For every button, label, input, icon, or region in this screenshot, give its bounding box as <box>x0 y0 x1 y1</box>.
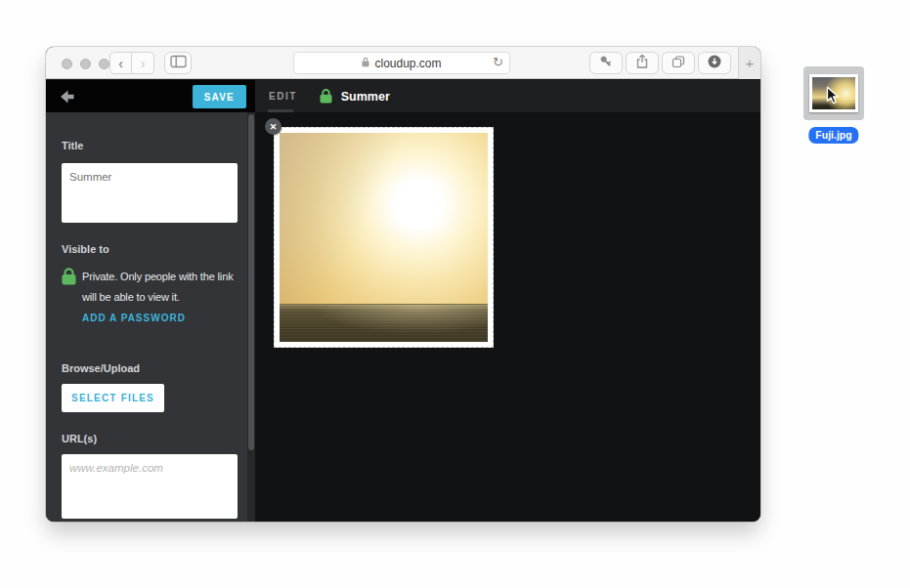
address-bar-url: cloudup.com <box>374 57 441 70</box>
title-textarea[interactable]: Summer <box>62 163 238 223</box>
title-label: Title <box>62 140 83 151</box>
remove-item-button[interactable]: ✕ <box>265 118 282 135</box>
sidebar-scrollbar-thumb[interactable] <box>248 114 254 450</box>
tab-edit[interactable]: EDIT <box>269 91 297 102</box>
browser-window: ‹ › cloudup.com ↻ <box>46 47 760 522</box>
refresh-icon[interactable]: ↻ <box>493 55 503 69</box>
private-lock-icon <box>320 89 332 104</box>
media-item-card[interactable] <box>274 127 494 348</box>
history-nav: ‹ › <box>109 52 154 74</box>
edit-sidebar: Title Summer Visible to Private. Only pe… <box>46 112 255 522</box>
zoom-window-button[interactable] <box>99 59 109 69</box>
back-arrow-icon[interactable] <box>60 90 74 107</box>
urls-label: URL(s) <box>62 433 97 444</box>
downloads-button[interactable] <box>698 52 731 74</box>
desktop-background: ‹ › cloudup.com ↻ <box>0 0 910 588</box>
stream-title: Summer <box>341 90 390 104</box>
https-lock-icon <box>362 57 369 70</box>
share-icon <box>634 54 650 73</box>
share-button[interactable] <box>626 52 659 74</box>
mouse-cursor-icon <box>826 86 840 109</box>
sidebar-toggle-button[interactable] <box>164 52 192 74</box>
ocean-area <box>280 304 488 342</box>
minimize-window-button[interactable] <box>80 59 91 69</box>
forward-button[interactable]: › <box>132 52 154 74</box>
cloudup-page: SAVE EDIT Summer Title Summer Visible to <box>46 80 760 522</box>
privacy-description: Private. Only people with the link will … <box>82 267 244 308</box>
stream-content: ✕ <box>255 112 760 522</box>
save-button[interactable]: SAVE <box>193 85 246 108</box>
desktop-file-fuji[interactable] <box>803 66 864 120</box>
window-controls <box>62 59 109 69</box>
select-files-button[interactable]: SELECT FILES <box>62 384 164 412</box>
visible-to-label: Visible to <box>62 243 109 255</box>
download-icon <box>707 54 722 73</box>
add-password-link[interactable]: ADD A PASSWORD <box>82 313 186 323</box>
close-window-button[interactable] <box>62 59 72 69</box>
new-tab-button[interactable]: + <box>738 47 760 79</box>
sidebar-header: SAVE <box>46 80 255 112</box>
desktop-file-name[interactable]: Fuji.jpg <box>808 127 858 144</box>
tab-overview-button[interactable] <box>662 52 695 74</box>
sidebar-toggle-icon <box>170 55 187 72</box>
privacy-lock-icon <box>62 268 76 289</box>
app-header: SAVE EDIT Summer <box>46 80 760 112</box>
browse-upload-label: Browse/Upload <box>62 362 140 374</box>
password-extension-button[interactable] <box>589 52 623 74</box>
stream-header: EDIT Summer <box>255 80 760 112</box>
urls-textarea[interactable] <box>62 454 238 519</box>
tabs-icon <box>671 54 686 73</box>
key-icon <box>598 54 614 73</box>
back-button[interactable]: ‹ <box>109 52 132 74</box>
address-bar[interactable]: cloudup.com ↻ <box>293 52 510 74</box>
sunset-image <box>280 133 488 342</box>
page-body: Title Summer Visible to Private. Only pe… <box>46 112 760 522</box>
sidebar-scrollbar-track <box>247 112 255 522</box>
browser-toolbar: ‹ › cloudup.com ↻ <box>46 47 760 79</box>
